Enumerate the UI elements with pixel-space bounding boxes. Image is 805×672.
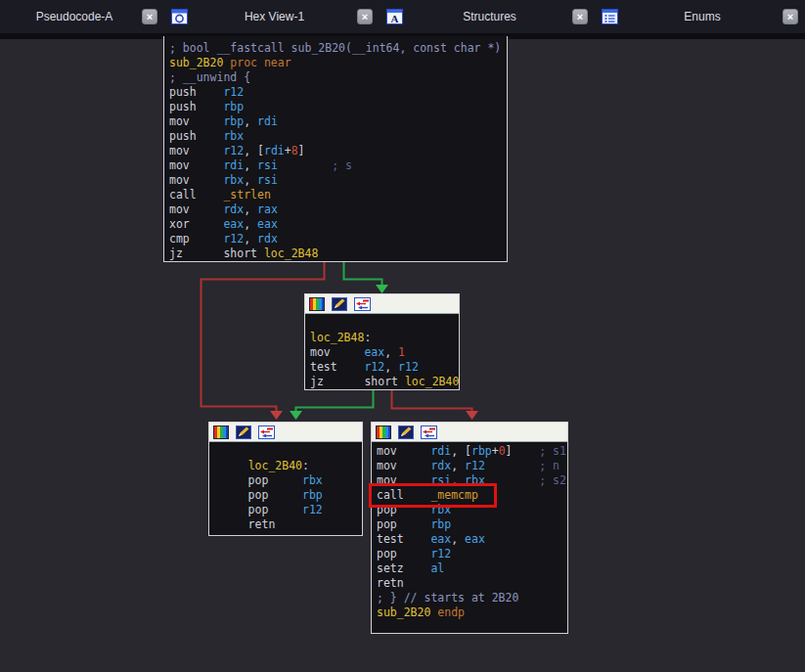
- node-header: [209, 423, 362, 442]
- graph-node-entry[interactable]: ; bool __fastcall sub_2B20(__int64, cons…: [163, 36, 508, 262]
- tab-structures[interactable]: A Structures ×: [380, 0, 595, 33]
- code-line[interactable]: loc_2B48:: [310, 331, 459, 345]
- code-line[interactable]: call _strlen: [169, 188, 507, 202]
- enums-window-icon: [602, 9, 618, 25]
- code-line[interactable]: mov rdx, rax: [169, 202, 507, 217]
- node-code: loc_2B40: pop rbx pop rbp pop r12 retn: [209, 442, 362, 532]
- group-node-icon[interactable]: [354, 297, 371, 311]
- code-line[interactable]: pop rbp: [377, 517, 567, 532]
- code-line[interactable]: mov r12, [rdi+8]: [169, 144, 507, 158]
- tab-label: Enums: [622, 10, 783, 23]
- code-line[interactable]: mov rdi, rsi ; s: [169, 158, 507, 173]
- code-line[interactable]: mov eax, 1: [310, 345, 459, 360]
- tab-label: Hex View-1: [192, 10, 357, 23]
- code-line[interactable]: retn: [214, 517, 362, 532]
- node-code: ; bool __fastcall sub_2B20(__int64, cons…: [164, 37, 507, 261]
- edit-node-icon[interactable]: [398, 426, 414, 439]
- node-color-palette-icon[interactable]: [213, 426, 229, 439]
- code-line[interactable]: test eax, eax: [377, 532, 567, 547]
- close-icon[interactable]: ×: [142, 9, 157, 24]
- tab-enums[interactable]: Enums ×: [595, 0, 805, 33]
- code-line[interactable]: jz short loc_2B40: [310, 375, 459, 389]
- tab-pseudocode-a[interactable]: Pseudocode-A ×: [0, 0, 164, 33]
- svg-text:A: A: [391, 12, 399, 23]
- hex-view-window-icon: [171, 9, 188, 25]
- node-header: [372, 423, 567, 442]
- node-header: [305, 294, 459, 314]
- edit-node-icon[interactable]: [332, 297, 347, 311]
- node-color-palette-icon[interactable]: [376, 426, 391, 439]
- code-line[interactable]: cmp r12, rdx: [169, 232, 507, 246]
- code-line[interactable]: push rbx: [169, 129, 507, 144]
- code-line[interactable]: push rbp: [169, 100, 507, 114]
- code-line[interactable]: pop rbx: [214, 473, 362, 488]
- code-line[interactable]: test r12, r12: [310, 360, 459, 375]
- code-line[interactable]: loc_2B40:: [214, 459, 362, 473]
- graph-view[interactable]: ; bool __fastcall sub_2B20(__int64, cons…: [0, 33, 805, 672]
- code-line[interactable]: jz short loc_2B48: [169, 246, 507, 261]
- node-color-palette-icon[interactable]: [309, 297, 325, 311]
- code-line[interactable]: pop rbp: [214, 488, 362, 503]
- code-line[interactable]: [310, 316, 459, 331]
- code-line[interactable]: mov rdi, [rbp+0] ; s1: [377, 444, 567, 459]
- graph-node-loc-2B40[interactable]: loc_2B40: pop rbx pop rbp pop r12 retn: [208, 422, 363, 536]
- close-icon[interactable]: ×: [572, 9, 588, 24]
- code-line[interactable]: pop r12: [214, 503, 362, 517]
- graph-node-memcmp[interactable]: mov rdi, [rbp+0] ; s1mov rdx, r12 ; nmov…: [371, 422, 568, 634]
- code-line[interactable]: ; bool __fastcall sub_2B20(__int64, cons…: [169, 41, 507, 56]
- code-line[interactable]: sub_2B20 proc near: [169, 56, 507, 70]
- tab-bar: Pseudocode-A × Hex View-1 × A: [0, 0, 805, 33]
- edit-node-icon[interactable]: [236, 426, 251, 439]
- node-code: loc_2B48:mov eax, 1test r12, r12jz short…: [305, 314, 459, 389]
- code-line[interactable]: ; __unwind {: [169, 70, 507, 85]
- group-node-icon[interactable]: [421, 426, 437, 439]
- code-line[interactable]: mov rbp, rdi: [169, 114, 507, 129]
- code-line[interactable]: pop r12: [377, 547, 567, 561]
- code-line[interactable]: retn: [377, 576, 567, 591]
- ida-disassembler-window: Pseudocode-A × Hex View-1 × A: [0, 0, 805, 672]
- code-line[interactable]: push r12: [169, 85, 507, 100]
- code-line[interactable]: xor eax, eax: [169, 217, 507, 232]
- node-code: mov rdi, [rbp+0] ; s1mov rdx, r12 ; nmov…: [372, 442, 567, 620]
- code-line[interactable]: setz al: [377, 561, 567, 576]
- group-node-icon[interactable]: [258, 426, 275, 439]
- graph-node-loc-2B48[interactable]: loc_2B48:mov eax, 1test r12, r12jz short…: [304, 293, 460, 390]
- code-line[interactable]: ; } // starts at 2B20: [377, 591, 567, 605]
- tab-label: Pseudocode-A: [7, 10, 142, 23]
- code-line[interactable]: mov rdx, r12 ; n: [377, 459, 567, 473]
- tab-hex-view-1[interactable]: Hex View-1 ×: [164, 0, 380, 33]
- code-line[interactable]: sub_2B20 endp: [377, 605, 567, 620]
- code-line[interactable]: mov rbx, rsi: [169, 173, 507, 188]
- close-icon[interactable]: ×: [783, 9, 798, 24]
- memcmp-call-highlight-box: [369, 483, 497, 508]
- code-line[interactable]: [214, 444, 362, 459]
- structures-window-icon: A: [386, 9, 403, 25]
- tab-label: Structures: [407, 10, 572, 23]
- close-icon[interactable]: ×: [357, 9, 373, 24]
